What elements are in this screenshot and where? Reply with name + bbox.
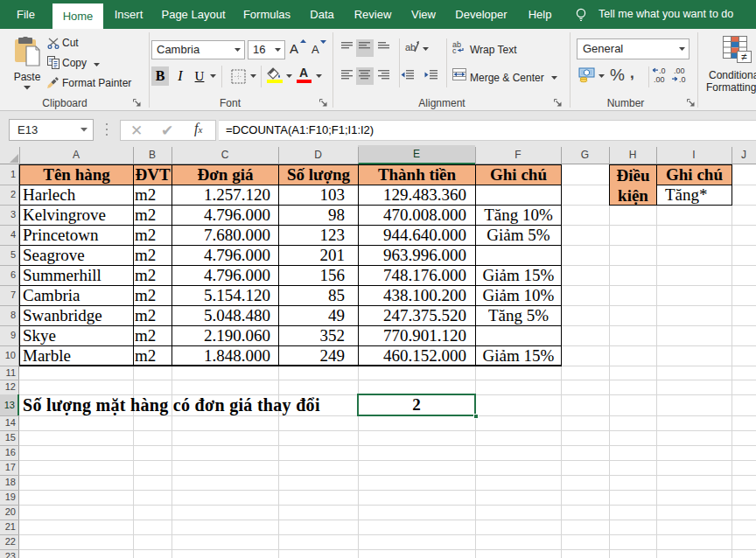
svg-text:.00: .00: [674, 66, 685, 75]
svg-text:c: c: [452, 46, 457, 55]
svg-text:.0: .0: [659, 66, 666, 75]
svg-text:ab: ab: [405, 42, 416, 52]
svg-text:.0: .0: [679, 75, 686, 84]
svg-text:.00: .00: [654, 75, 665, 84]
